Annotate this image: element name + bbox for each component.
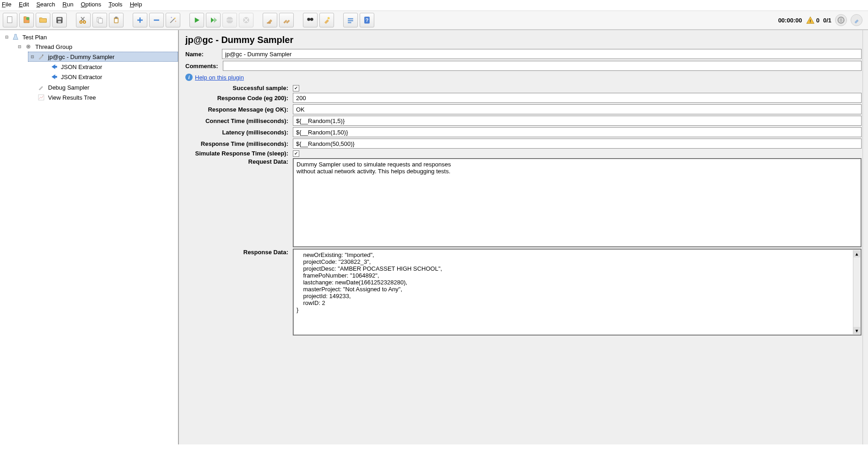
simulate-checkbox[interactable]: [293, 150, 299, 157]
svg-text:STOP: STOP: [226, 19, 233, 21]
collapse-icon[interactable]: ⊟: [17, 45, 22, 49]
svg-point-12: [174, 17, 176, 19]
flask-icon: [11, 33, 20, 41]
menu-run[interactable]: Run: [63, 1, 74, 8]
new-button[interactable]: [3, 13, 17, 27]
svg-rect-11: [115, 19, 118, 23]
tree-label: jp@gc - Dummy Sampler: [48, 53, 114, 60]
request-data-label: Request Data:: [185, 158, 288, 165]
menu-edit[interactable]: Edit: [19, 1, 29, 8]
menu-search[interactable]: Search: [36, 1, 55, 8]
chart-icon: [37, 94, 45, 101]
tree-thread-group[interactable]: ⊟ Thread Group: [16, 42, 178, 51]
successful-label: Successful sample:: [185, 85, 288, 91]
wand-button[interactable]: [166, 13, 180, 27]
templates-button[interactable]: [19, 13, 34, 27]
response-msg-label: Response Message (eg OK):: [185, 106, 288, 113]
collapse-icon[interactable]: ⊟: [30, 55, 34, 59]
svg-point-21: [328, 17, 330, 19]
request-data-field[interactable]: [294, 159, 861, 246]
menu-tools[interactable]: Tools: [108, 1, 122, 8]
clear-button[interactable]: [263, 13, 277, 27]
tree-json-extractor-2[interactable]: · JSON Extractor: [41, 72, 178, 81]
tree-label: View Results Tree: [48, 94, 96, 101]
search-button[interactable]: [303, 13, 318, 27]
svg-rect-0: [7, 17, 12, 23]
tree-label: Test Plan: [22, 34, 47, 41]
help-link[interactable]: Help on this plugin: [195, 74, 244, 81]
svg-point-20: [310, 18, 313, 21]
response-msg-field[interactable]: [293, 104, 862, 114]
clear-all-button[interactable]: [279, 13, 294, 27]
svg-text:?: ?: [366, 17, 369, 23]
scroll-up-icon[interactable]: ▲: [853, 250, 860, 257]
panel-resizer[interactable]: [863, 30, 868, 444]
test-plan-tree[interactable]: ⊟ Test Plan ⊟ Thread Group: [0, 30, 179, 444]
start-no-pause-button[interactable]: [206, 13, 221, 27]
successful-checkbox[interactable]: [293, 85, 299, 91]
tree-debug-sampler[interactable]: · Debug Sampler: [28, 83, 178, 92]
collapse-icon[interactable]: ⊟: [5, 35, 9, 39]
remove-button[interactable]: [149, 13, 164, 27]
save-button[interactable]: [52, 13, 67, 27]
arrow-icon: [50, 63, 58, 70]
svg-point-5: [80, 21, 82, 23]
tree-json-extractor-1[interactable]: · JSON Extractor: [41, 62, 178, 71]
name-field[interactable]: [222, 49, 862, 59]
tree-dummy-sampler[interactable]: ⊟ jp@gc - Dummy Sampler: [28, 52, 178, 62]
tree-root-test-plan[interactable]: ⊟ Test Plan: [3, 32, 178, 42]
editor-panel: jp@gc - Dummy Sampler Name: Comments: i …: [179, 30, 868, 444]
svg-point-13: [171, 17, 172, 18]
svg-rect-3: [58, 18, 61, 20]
cut-button[interactable]: [76, 13, 91, 27]
function-helper-button[interactable]: [343, 13, 358, 27]
simulate-label: Simulate Response Time (sleep):: [185, 150, 288, 157]
copy-button[interactable]: [92, 13, 107, 27]
svg-rect-8: [99, 19, 102, 23]
comments-field[interactable]: [223, 61, 862, 71]
shutdown-button[interactable]: [239, 13, 253, 27]
svg-point-6: [83, 21, 86, 23]
tree-label: Thread Group: [35, 43, 72, 50]
open-button[interactable]: [36, 13, 50, 27]
info-icon: i: [185, 74, 193, 81]
svg-rect-22: [348, 18, 353, 20]
scroll-down-icon[interactable]: ▼: [853, 327, 860, 334]
svg-rect-18: [267, 22, 270, 24]
name-label: Name:: [185, 51, 217, 58]
response-data-label: Response Data:: [185, 249, 288, 256]
menu-help[interactable]: Help: [130, 1, 142, 8]
response-code-field[interactable]: [293, 93, 862, 103]
editor-title: jp@gc - Dummy Sampler: [185, 35, 862, 45]
search-reset-button[interactable]: [319, 13, 334, 27]
svg-text:!: !: [809, 18, 811, 23]
help-button[interactable]: ?: [360, 13, 374, 27]
arrow-icon: [50, 73, 58, 80]
globe-icon[interactable]: [835, 14, 847, 26]
tree-label: JSON Extractor: [61, 74, 102, 80]
warnings-count: 0: [816, 17, 819, 24]
gear-icon: [24, 43, 32, 50]
tree-label: Debug Sampler: [48, 84, 89, 91]
connect-time-field[interactable]: [293, 116, 862, 126]
latency-field[interactable]: [293, 127, 862, 137]
stop-button[interactable]: STOP: [222, 13, 237, 27]
tool-icon[interactable]: [851, 14, 863, 26]
response-data-field[interactable]: [294, 250, 861, 335]
tree-view-results-tree[interactable]: · View Results Tree: [28, 93, 178, 102]
add-button[interactable]: [133, 13, 147, 27]
start-button[interactable]: [189, 13, 204, 27]
toolbar-status: 00:00:00 ! 0 0/1: [778, 14, 865, 26]
svg-point-14: [175, 21, 177, 22]
timer: 00:00:00: [778, 17, 802, 24]
paste-button[interactable]: [109, 13, 124, 27]
menu-options[interactable]: Options: [81, 1, 101, 8]
warnings-indicator[interactable]: ! 0: [806, 16, 819, 24]
comments-label: Comments:: [185, 63, 218, 69]
svg-rect-31: [42, 54, 43, 56]
scrollbar[interactable]: ▲ ▼: [853, 250, 860, 334]
svg-rect-10: [115, 17, 118, 18]
pipette-icon: [37, 53, 45, 60]
menu-file[interactable]: File: [2, 1, 11, 8]
response-time-field[interactable]: [293, 139, 862, 149]
